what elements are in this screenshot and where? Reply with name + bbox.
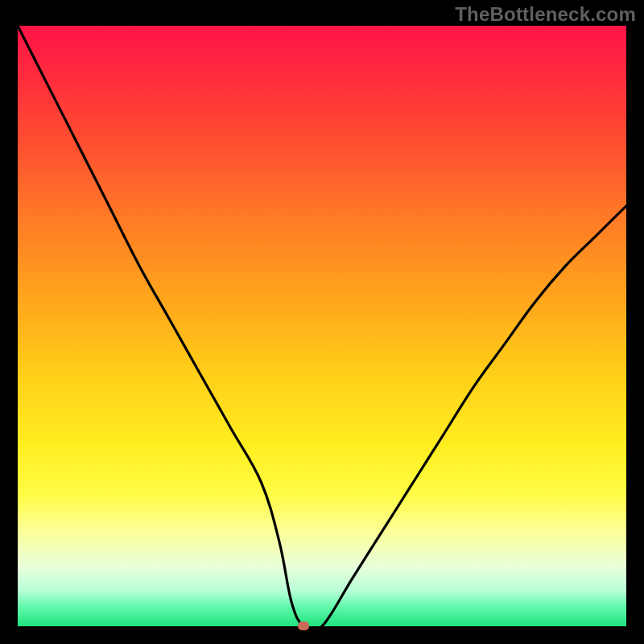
optimal-point-marker [298,621,309,630]
plot-area [18,26,626,626]
watermark-label: TheBottleneck.com [455,3,636,26]
bottleneck-curve [18,26,626,626]
chart-frame: TheBottleneck.com [0,0,644,644]
